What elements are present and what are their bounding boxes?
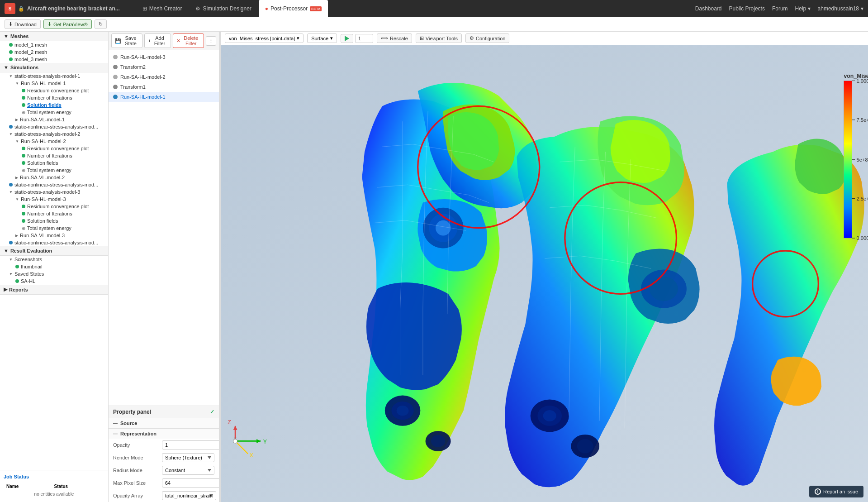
tri-right-icon: ▶ — [15, 234, 18, 238]
sim-run-sa-hl-2[interactable]: ▼ Run-SA-HL-model-2 — [0, 138, 108, 145]
viewport-canvas[interactable]: Y Z X ✕ von_Mises_stress (Pa) — [221, 45, 868, 502]
get-paraview-button[interactable]: ⬇ Get ParaView® — [43, 19, 92, 29]
dot-green-icon — [9, 57, 13, 61]
svg-text:1.000e+09: 1.000e+09 — [856, 78, 868, 84]
add-filter-label: Add Filter — [152, 35, 167, 46]
total-energy-1[interactable]: ⊕ Total system energy — [0, 109, 108, 116]
opacity-array-select[interactable]: total_nonlinear_strain — [162, 491, 216, 500]
save-state-button[interactable]: 💾 Save State — [111, 33, 142, 48]
help-link[interactable]: Help ▾ — [795, 5, 811, 12]
add-filter-button[interactable]: + Add Filter — [144, 33, 171, 48]
simulations-section-header[interactable]: ▼ Simulations — [0, 63, 108, 72]
thumbnail-item[interactable]: thumbnail — [0, 263, 108, 270]
saved-states-item[interactable]: ▼ Saved States — [0, 270, 108, 277]
configuration-button[interactable]: ⚙ Configuration — [465, 33, 509, 43]
sim-ssa-model2[interactable]: ▼ static-stress-analysis-model-2 — [0, 130, 108, 138]
sim-nonlinear-3[interactable]: static-nonlinear-stress-analysis-mod... — [0, 239, 108, 246]
extra-btn[interactable]: ⋮ — [206, 36, 216, 46]
source-section-header[interactable]: — Source — [109, 418, 219, 428]
chevron-down-icon: ▾ — [330, 35, 333, 41]
screenshots-item[interactable]: ▼ Screenshots — [0, 256, 108, 263]
sim-run-sa-hl-1[interactable]: ▼ Run-SA-HL-model-1 — [0, 80, 108, 87]
mesh-model3[interactable]: model_3 mesh — [0, 56, 108, 63]
solution-fields-3[interactable]: Solution fields — [0, 217, 108, 225]
pipeline-item-transform1[interactable]: Transform1 — [109, 82, 219, 92]
solution-fields-3-label: Solution fields — [27, 218, 58, 224]
grid-icon: ⊞ — [142, 5, 147, 12]
tri-down-icon: ▼ — [15, 197, 19, 201]
radius-mode-select[interactable]: Constant — [162, 466, 214, 475]
opacity-input[interactable] — [162, 440, 219, 449]
svg-text:✕: ✕ — [233, 436, 237, 441]
delete-filter-button[interactable]: ✕ Delete Filter — [173, 33, 204, 48]
sim-ssa-model1[interactable]: ▼ static-stress-analysis-model-1 — [0, 72, 108, 80]
representation-dropdown[interactable]: Surface ▾ — [307, 33, 337, 43]
svg-point-11 — [543, 410, 556, 421]
num-iter-3[interactable]: Number of Iterations — [0, 210, 108, 217]
public-projects-link[interactable]: Public Projects — [729, 5, 765, 12]
pipeline-item-run-hl-1[interactable]: Run-SA-HL-model-1 — [109, 92, 219, 102]
result-eval-section-header[interactable]: ▼ Result Evaluation — [0, 246, 108, 256]
residuum-plot-1[interactable]: Residuum convergence plot — [0, 87, 108, 94]
sim-nonlinear-2[interactable]: static-nonlinear-stress-analysis-mod... — [0, 181, 108, 188]
num-iter-2-label: Number of Iterations — [27, 153, 72, 158]
pipeline-item-run-hl-3[interactable]: Run-SA-HL-model-3 — [109, 52, 219, 62]
rescale-label: Rescale — [390, 36, 408, 41]
total-energy-2[interactable]: ⊕ Total system energy — [0, 167, 108, 174]
mesh-model2[interactable]: model_2 mesh — [0, 48, 108, 56]
solution-fields-1[interactable]: Solution fields — [0, 101, 108, 109]
residuum-plot-3[interactable]: Residuum convergence plot — [0, 203, 108, 210]
max-pixel-size-input[interactable] — [162, 478, 219, 488]
render-mode-select[interactable]: Sphere (Texture) — [162, 453, 214, 462]
download-button[interactable]: ⬇ Download — [5, 19, 41, 29]
property-panel-title: Property panel — [113, 409, 151, 415]
user-menu[interactable]: ahmedhussain18 ▾ — [818, 5, 863, 12]
rescale-button[interactable]: ⟺ Rescale — [377, 33, 412, 43]
residuum-plot-2[interactable]: Residuum convergence plot — [0, 145, 108, 152]
refresh-button[interactable]: ↻ — [95, 19, 107, 29]
report-issue-button[interactable]: ! Report an issue — [809, 486, 863, 497]
num-iter-1[interactable]: Number of Iterations — [0, 94, 108, 101]
collapse-icon: — — [113, 431, 118, 436]
representation-section-header[interactable]: — Representation — [109, 429, 219, 439]
forum-link[interactable]: Forum — [772, 5, 788, 12]
mesh-model1[interactable]: model_1 mesh — [0, 41, 108, 48]
dot-blue-icon — [9, 125, 13, 129]
num-iter-2[interactable]: Number of Iterations — [0, 152, 108, 159]
sim-run-sa-vl-2[interactable]: ▶ Run-SA-VL-model-2 — [0, 174, 108, 181]
result-eval-collapse-icon: ▼ — [4, 248, 9, 253]
property-panel-check[interactable]: ✓ — [210, 409, 214, 415]
pipeline-item-transform2[interactable]: Transform2 — [109, 62, 219, 72]
play-button[interactable] — [341, 34, 353, 43]
sim-run-sa-hl-3[interactable]: ▼ Run-SA-HL-model-3 — [0, 196, 108, 203]
render-mode-label: Render Mode — [113, 455, 158, 460]
viewport-tools-button[interactable]: ⊞ Viewport Tools — [416, 33, 462, 43]
dot-green-icon — [22, 205, 25, 208]
sim-ssa-model3[interactable]: ▼ static-stress-analysis-model-3 — [0, 188, 108, 196]
sim-nonlinear-1[interactable]: static-nonlinear-stress-analysis-mod... — [0, 123, 108, 130]
meshes-section-header[interactable]: ▼ Meshes — [0, 32, 108, 41]
sim-run-sa-hl-2-label: Run-SA-HL-model-2 — [21, 139, 66, 144]
tab-post-processor[interactable]: ● Post-Processor BETA — [259, 0, 328, 17]
pipeline-item-run-hl-2[interactable]: Run-SA-HL-model-2 — [109, 72, 219, 82]
viewport-area: von_Mises_stress [point-data] ▾ Surface … — [221, 32, 868, 502]
pipeline-item-label: Run-SA-HL-model-1 — [120, 94, 166, 100]
sim-run-sa-vl-3[interactable]: ▶ Run-SA-VL-model-3 — [0, 232, 108, 239]
total-energy-3-label: Total system energy — [27, 225, 71, 231]
reports-section-header[interactable]: ▶ Reports — [0, 285, 108, 295]
representation-section: — Representation Opacity Render Mode Sph… — [109, 428, 219, 502]
sim-run-sa-vl-1[interactable]: ▶ Run-SA-VL-model-1 — [0, 116, 108, 123]
name-col-header: Name — [5, 483, 52, 490]
frame-input[interactable] — [355, 34, 373, 43]
main-toolbar: ⬇ Download ⬇ Get ParaView® ↻ — [0, 17, 868, 32]
total-energy-3[interactable]: ⊕ Total system energy — [0, 225, 108, 232]
tab-simulation-designer[interactable]: ⚙ Simulation Designer — [189, 0, 257, 17]
solution-fields-2[interactable]: Solution fields — [0, 159, 108, 167]
brand: S 🔒 Aircraft engine bearing bracket an..… — [5, 3, 120, 14]
dashboard-link[interactable]: Dashboard — [695, 5, 722, 12]
svg-point-3 — [436, 220, 451, 236]
tab-mesh-creator[interactable]: ⊞ Mesh Creator — [136, 0, 189, 17]
sa-hl-item[interactable]: SA-HL — [0, 277, 108, 285]
field-dropdown[interactable]: von_Mises_stress [point-data] ▾ — [225, 33, 304, 43]
empty-status-msg: no entities available — [5, 491, 104, 497]
